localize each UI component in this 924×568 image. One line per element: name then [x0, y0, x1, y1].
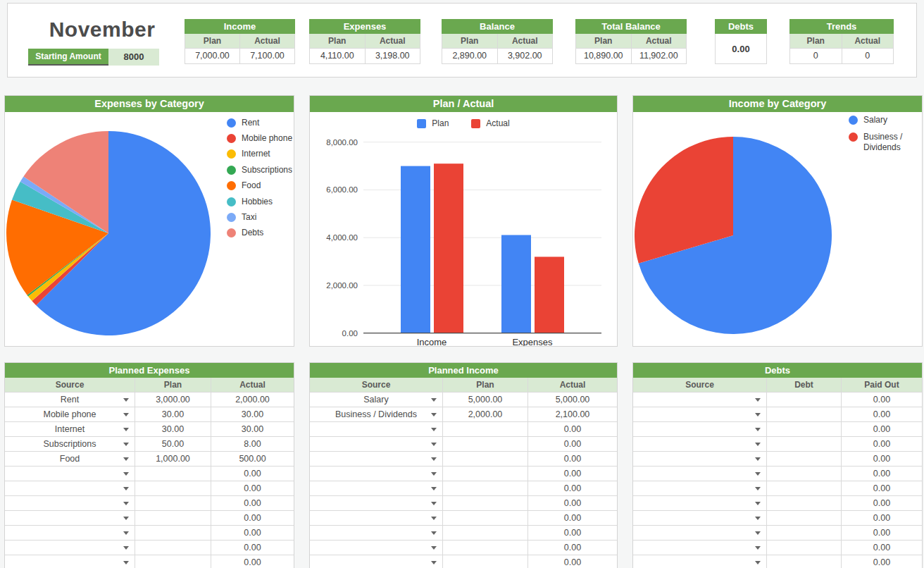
cell-source[interactable] [310, 526, 442, 540]
cell-plan[interactable]: 30.00 [135, 422, 211, 436]
cell-source[interactable]: Food [5, 452, 135, 466]
cell-paid-out[interactable]: 0.00 [841, 452, 922, 466]
cell-plan[interactable] [135, 526, 211, 540]
cell-source[interactable] [310, 555, 442, 568]
cell-actual[interactable]: 0.00 [527, 496, 617, 510]
cell-paid-out[interactable]: 0.00 [841, 393, 922, 407]
cell-paid-out[interactable]: 0.00 [841, 541, 922, 555]
dropdown-arrow-icon[interactable] [123, 457, 129, 461]
dropdown-arrow-icon[interactable] [755, 531, 761, 535]
cell-plan[interactable] [442, 511, 527, 525]
cell-plan[interactable] [442, 481, 527, 495]
cell-actual[interactable]: 0.00 [527, 452, 617, 466]
dropdown-arrow-icon[interactable] [755, 413, 761, 416]
cell-paid-out[interactable]: 0.00 [841, 422, 922, 436]
dropdown-arrow-icon[interactable] [755, 487, 761, 490]
cell-source[interactable] [633, 452, 766, 466]
cell-debt[interactable] [766, 393, 841, 407]
cell-paid-out[interactable]: 0.00 [841, 437, 922, 451]
dropdown-arrow-icon[interactable] [431, 517, 437, 520]
cell-paid-out[interactable]: 0.00 [841, 526, 922, 540]
dropdown-arrow-icon[interactable] [123, 502, 129, 505]
dropdown-arrow-icon[interactable] [431, 428, 437, 431]
cell-plan[interactable] [442, 496, 527, 510]
cell-actual[interactable]: 2,100.00 [527, 407, 617, 421]
dropdown-arrow-icon[interactable] [123, 443, 129, 446]
cell-source[interactable] [633, 422, 766, 436]
cell-paid-out[interactable]: 0.00 [841, 555, 922, 568]
dropdown-arrow-icon[interactable] [755, 457, 761, 461]
cell-source[interactable]: Mobile phone [5, 407, 135, 421]
cell-actual[interactable]: 30.00 [211, 422, 294, 436]
cell-source[interactable] [5, 526, 135, 540]
cell-source[interactable] [633, 407, 766, 421]
dropdown-arrow-icon[interactable] [431, 561, 437, 564]
starting-amount-value[interactable]: 8000 [108, 49, 159, 66]
dropdown-arrow-icon[interactable] [755, 428, 761, 431]
cell-source[interactable] [5, 481, 135, 495]
cell-source[interactable] [5, 467, 135, 481]
dropdown-arrow-icon[interactable] [431, 531, 437, 535]
dropdown-arrow-icon[interactable] [123, 472, 129, 476]
cell-actual[interactable]: 8.00 [211, 437, 294, 451]
dropdown-arrow-icon[interactable] [123, 517, 129, 520]
cell-debt[interactable] [766, 437, 841, 451]
dropdown-arrow-icon[interactable] [755, 546, 761, 550]
cell-actual[interactable]: 0.00 [527, 437, 617, 451]
dropdown-arrow-icon[interactable] [431, 472, 437, 476]
cell-source[interactable]: Subscriptions [5, 437, 135, 451]
dropdown-arrow-icon[interactable] [123, 487, 129, 490]
cell-plan[interactable] [442, 555, 527, 568]
cell-source[interactable] [633, 467, 766, 481]
cell-source[interactable] [310, 541, 442, 555]
dropdown-arrow-icon[interactable] [123, 546, 129, 550]
cell-plan[interactable] [135, 555, 211, 568]
cell-plan[interactable] [442, 422, 527, 436]
dropdown-arrow-icon[interactable] [431, 546, 437, 550]
cell-plan[interactable] [135, 481, 211, 495]
cell-source[interactable] [633, 511, 766, 525]
cell-paid-out[interactable]: 0.00 [841, 407, 922, 421]
cell-plan[interactable] [442, 526, 527, 540]
dropdown-arrow-icon[interactable] [431, 398, 437, 402]
cell-source[interactable] [310, 496, 442, 510]
dropdown-arrow-icon[interactable] [123, 428, 129, 431]
cell-plan[interactable]: 30.00 [135, 407, 211, 421]
cell-source[interactable]: Business / Dividends [310, 407, 442, 421]
cell-paid-out[interactable]: 0.00 [841, 481, 922, 495]
cell-actual[interactable]: 0.00 [527, 555, 617, 568]
cell-plan[interactable] [442, 467, 527, 481]
cell-debt[interactable] [766, 422, 841, 436]
dropdown-arrow-icon[interactable] [123, 561, 129, 564]
cell-source[interactable] [5, 511, 135, 525]
cell-source[interactable] [310, 422, 442, 436]
cell-actual[interactable]: 2,000.00 [211, 393, 294, 407]
cell-actual[interactable]: 0.00 [211, 496, 294, 510]
cell-plan[interactable] [135, 541, 211, 555]
dropdown-arrow-icon[interactable] [431, 443, 437, 446]
cell-actual[interactable]: 0.00 [527, 481, 617, 495]
cell-source[interactable]: Internet [5, 422, 135, 436]
cell-source[interactable] [633, 526, 766, 540]
cell-source[interactable] [310, 452, 442, 466]
cell-plan[interactable]: 50.00 [135, 437, 211, 451]
cell-plan[interactable] [442, 452, 527, 466]
cell-source[interactable] [310, 481, 442, 495]
dropdown-arrow-icon[interactable] [755, 502, 761, 505]
cell-source[interactable] [633, 541, 766, 555]
cell-source[interactable] [633, 481, 766, 495]
cell-plan[interactable] [135, 511, 211, 525]
cell-source[interactable]: Rent [5, 393, 135, 407]
cell-plan[interactable]: 2,000.00 [442, 407, 527, 421]
dropdown-arrow-icon[interactable] [431, 502, 437, 505]
cell-plan[interactable]: 5,000.00 [442, 393, 527, 407]
dropdown-arrow-icon[interactable] [123, 398, 129, 402]
cell-plan[interactable]: 1,000.00 [135, 452, 211, 466]
cell-actual[interactable]: 30.00 [211, 407, 294, 421]
cell-source[interactable] [633, 437, 766, 451]
cell-actual[interactable]: 5,000.00 [527, 393, 617, 407]
cell-source[interactable] [310, 437, 442, 451]
cell-actual[interactable]: 0.00 [211, 541, 294, 555]
cell-actual[interactable]: 0.00 [527, 467, 617, 481]
cell-debt[interactable] [766, 481, 841, 495]
